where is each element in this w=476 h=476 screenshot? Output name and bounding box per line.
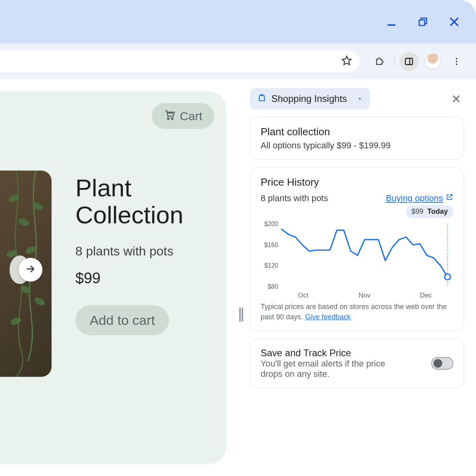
track-title: Save and Track Price (261, 347, 399, 359)
product-subtitle: 8 plants with pots (75, 244, 173, 259)
svg-point-26 (445, 274, 451, 280)
open-in-new-icon (445, 193, 453, 203)
price-history-chart: $80$120$160$200OctNovDec (261, 221, 453, 296)
svg-point-6 (456, 63, 457, 65)
summary-title: Plant collection (261, 126, 453, 138)
svg-text:Nov: Nov (359, 292, 371, 299)
close-icon[interactable] (448, 16, 460, 28)
buying-options-label: Buying options (386, 193, 443, 203)
browser-toolbar (0, 44, 476, 79)
price-history-variant: 8 plants with pots (261, 193, 328, 203)
footnote-text: Typical prices are based on stores acros… (261, 303, 447, 321)
track-price-toggle[interactable] (431, 357, 453, 370)
today-label: Today (427, 207, 448, 215)
shopping-bag-icon (257, 93, 267, 105)
side-panel: Shopping Insights Plant collection All o… (238, 79, 476, 476)
svg-point-5 (456, 61, 457, 62)
svg-point-10 (17, 217, 30, 227)
side-panel-icon[interactable] (399, 52, 418, 71)
puzzle-piece-icon[interactable] (370, 52, 390, 71)
minimize-icon[interactable] (386, 16, 397, 28)
price-history-footnote: Typical prices are based on stores acros… (261, 301, 453, 322)
product-title: Plant Collection (75, 175, 226, 228)
svg-rect-2 (405, 58, 413, 65)
side-panel-selector[interactable]: Shopping Insights (250, 88, 370, 109)
buying-options-link[interactable]: Buying options (386, 193, 453, 203)
star-outline-icon[interactable] (341, 55, 353, 68)
price-history-title: Price History (261, 176, 453, 188)
track-desc: You'll get email alerts if the price dro… (261, 359, 399, 379)
restore-icon[interactable] (417, 16, 428, 27)
product-price: $99 (75, 270, 100, 287)
summary-range: All options typically $99 - $199.99 (261, 140, 453, 151)
product-card: Cart (0, 91, 226, 464)
avatar-icon[interactable] (423, 52, 442, 71)
product-pane: Cart (0, 79, 238, 476)
svg-text:$200: $200 (264, 221, 278, 227)
svg-point-4 (456, 58, 457, 60)
svg-text:$80: $80 (268, 283, 278, 290)
panel-resize-handle[interactable] (238, 307, 244, 322)
kebab-menu-icon[interactable] (447, 52, 466, 71)
svg-rect-1 (419, 20, 425, 25)
toolbar-separator (394, 56, 395, 67)
svg-point-13 (10, 316, 22, 326)
today-price-badge: $99 Today (406, 205, 453, 218)
svg-rect-0 (388, 24, 395, 26)
track-price-card: Save and Track Price You'll get email al… (250, 338, 464, 388)
svg-text:Dec: Dec (420, 292, 432, 299)
arrow-right-icon (25, 263, 36, 276)
caret-down-icon (357, 93, 363, 104)
cart-button[interactable]: Cart (152, 103, 214, 129)
window-title-bar (0, 0, 476, 44)
add-to-cart-button[interactable]: Add to cart (75, 305, 169, 335)
side-panel-header: Shopping Insights (250, 88, 464, 109)
svg-text:Oct: Oct (298, 292, 309, 299)
avatar (425, 54, 441, 69)
cart-label: Cart (180, 109, 202, 123)
omnibox[interactable] (0, 51, 360, 72)
svg-text:$160: $160 (264, 242, 278, 248)
svg-point-15 (25, 245, 37, 255)
price-history-card: Price History 8 plants with pots Buying … (250, 167, 464, 331)
svg-point-16 (33, 296, 46, 307)
cart-icon (164, 109, 176, 123)
summary-card: Plant collection All options typically $… (250, 117, 464, 160)
side-panel-selector-label: Shopping Insights (271, 93, 347, 104)
side-panel-close-button[interactable] (448, 91, 464, 107)
give-feedback-link[interactable]: Give feedback (305, 313, 351, 321)
next-image-button[interactable] (19, 258, 42, 282)
svg-text:$120: $120 (264, 262, 278, 269)
svg-point-7 (168, 118, 169, 119)
today-price-value: $99 (411, 207, 423, 215)
toggle-knob (434, 359, 442, 368)
svg-point-8 (172, 118, 173, 119)
